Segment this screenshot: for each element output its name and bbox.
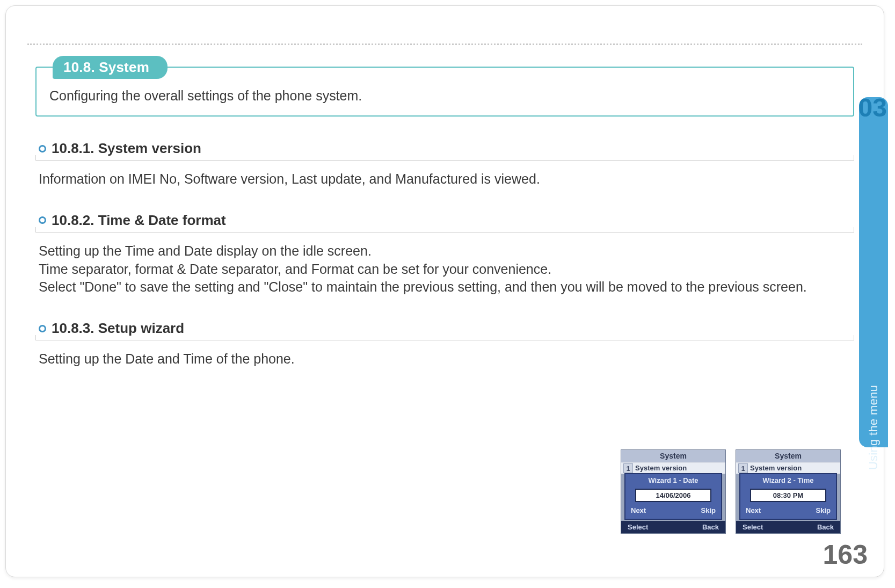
list-number: 1	[738, 463, 748, 473]
subsection-body: Setting up the Time and Date display on …	[39, 242, 851, 296]
list-item: 1 System version	[736, 462, 840, 474]
section-box: 10.8. System Configuring the overall set…	[35, 67, 854, 117]
bullet-icon	[39, 145, 46, 153]
phone-softbar: Select Back	[736, 521, 840, 533]
wizard-input-value: 14/06/2006	[635, 489, 711, 502]
subsection-heading: 10.8.2. Time & Date format	[35, 212, 854, 233]
subsection-time-date-format: 10.8.2. Time & Date format Setting up th…	[35, 212, 854, 296]
softbar-back: Back	[817, 523, 834, 531]
wizard-title: Wizard 2 - Time	[740, 474, 836, 487]
wizard-softkeys: Next Skip	[740, 505, 836, 517]
subsection-heading: 10.8.1. System version	[35, 140, 854, 161]
subsection-body: Information on IMEI No, Software version…	[39, 170, 851, 188]
softkey-next: Next	[746, 506, 761, 514]
list-label: System version	[635, 464, 687, 472]
manual-page: 10.8. System Configuring the overall set…	[5, 5, 884, 577]
phone-softbar: Select Back	[621, 521, 725, 533]
subsection-heading-text: 10.8.2. Time & Date format	[52, 212, 226, 229]
phone-mock-date: System 1 System version Wizard 1 - Date …	[621, 449, 726, 534]
section-description: Configuring the overall settings of the …	[49, 88, 840, 104]
subsection-body: Setting up the Date and Time of the phon…	[39, 350, 851, 368]
phone-mock-time: System 1 System version Wizard 2 - Time …	[736, 449, 841, 534]
phone-title: System	[621, 450, 725, 462]
softkey-skip: Skip	[816, 506, 831, 514]
list-number: 1	[623, 463, 633, 473]
section-tab: 10.8. System	[53, 56, 168, 79]
side-tab: 03 Using the menu	[859, 97, 888, 447]
wizard-softkeys: Next Skip	[625, 505, 721, 517]
subsection-system-version: 10.8.1. System version Information on IM…	[35, 140, 854, 188]
softbar-select: Select	[743, 523, 763, 531]
wizard-input-value: 08:30 PM	[750, 489, 826, 502]
subsection-setup-wizard: 10.8.3. Setup wizard Setting up the Date…	[35, 320, 854, 368]
wizard-dialog: Wizard 2 - Time 08:30 PM Next Skip	[739, 473, 837, 520]
subsection-heading-text: 10.8.3. Setup wizard	[52, 320, 184, 337]
page-number: 163	[823, 539, 868, 570]
wizard-title: Wizard 1 - Date	[625, 474, 721, 487]
bullet-icon	[39, 325, 46, 332]
subsection-heading-text: 10.8.1. System version	[52, 140, 201, 157]
subsection-heading: 10.8.3. Setup wizard	[35, 320, 854, 340]
dotted-separator	[27, 43, 862, 45]
softkey-skip: Skip	[701, 506, 716, 514]
softbar-back: Back	[702, 523, 719, 531]
phone-screen: System 1 System version Wizard 1 - Date …	[621, 449, 726, 534]
softbar-select: Select	[628, 523, 648, 531]
list-item: 1 System version	[621, 462, 725, 474]
phone-screen: System 1 System version Wizard 2 - Time …	[736, 449, 841, 534]
list-label: System version	[750, 464, 802, 472]
phone-title: System	[736, 450, 840, 462]
softkey-next: Next	[631, 506, 646, 514]
chapter-label: Using the menu	[867, 385, 881, 470]
bullet-icon	[39, 216, 46, 224]
wizard-dialog: Wizard 1 - Date 14/06/2006 Next Skip	[624, 473, 722, 520]
chapter-number: 03	[858, 93, 887, 122]
phone-screenshots: System 1 System version Wizard 1 - Date …	[621, 449, 841, 534]
